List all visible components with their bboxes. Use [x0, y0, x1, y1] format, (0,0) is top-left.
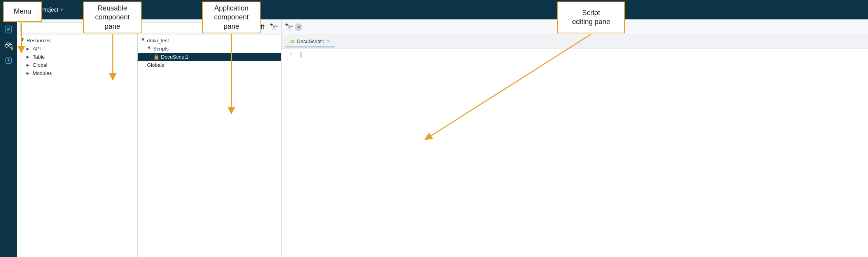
line-number-1: 1	[289, 52, 292, 58]
reusable-collapse-all-btn[interactable]: ⇊	[116, 23, 124, 31]
application-component-pane: 🔍 ⇊ ⇈ 🔭 ▶ doku_test ▶ Scripts	[138, 19, 282, 257]
tree-label-global: Global	[33, 62, 134, 68]
reusable-expand-all-btn[interactable]: ⇈	[126, 23, 134, 31]
app-logo: ●	[23, 4, 33, 15]
navbar: ☰ ● Project ∨	[0, 0, 868, 19]
chevron-api-icon: ▶	[26, 47, 31, 51]
svg-point-8	[5, 44, 8, 47]
tree-item-table[interactable]: ▶ Table	[17, 53, 137, 61]
app-search-box[interactable]: 🔍	[141, 22, 247, 32]
line-numbers: 1	[282, 52, 297, 254]
script-pane-toolbar: 🔭 ✕	[282, 19, 868, 35]
svg-rect-10	[8, 45, 10, 46]
tab-name-label: DocuScript1	[297, 38, 324, 44]
tree-item-resources[interactable]: ▶ Resources	[17, 36, 137, 45]
code-content[interactable]	[297, 52, 868, 254]
document-icon	[5, 26, 12, 33]
tree-item-global[interactable]: ▶ Global	[17, 61, 137, 69]
tree-label-table: Table	[33, 54, 134, 60]
chevron-table-icon: ▶	[26, 55, 31, 59]
script-tab-docuscript1[interactable]: JS DocuScript1 ✕	[285, 36, 335, 47]
sidebar-icon-binoculars[interactable]	[2, 38, 16, 52]
tree-item-api[interactable]: ▶ API	[17, 45, 137, 53]
hamburger-menu-icon[interactable]: ☰	[5, 3, 18, 16]
reusable-search-box[interactable]: 🔍	[20, 22, 115, 32]
script-binoculars-icon[interactable]: 🔭	[285, 23, 293, 31]
app-search-icon[interactable]: 🔍	[238, 24, 244, 30]
tree-label-globals: Globals	[147, 62, 278, 68]
tree-label-doku-test: doku_test	[147, 38, 278, 43]
reusable-search-input[interactable]	[23, 24, 106, 30]
reusable-component-pane: 🔍 ⇊ ⇈ ▶ Resources ▶ API ▶ Table	[17, 19, 138, 257]
app-tree: ▶ doku_test ▶ Scripts 🔒 DocuScript1 Glob…	[138, 35, 281, 257]
script-lock-icon: 🔒	[153, 54, 159, 60]
cursor-line	[301, 52, 868, 57]
export-icon	[5, 57, 12, 64]
tree-item-modules[interactable]: ▶ Modules	[17, 69, 137, 77]
sidebar-icons	[0, 19, 17, 257]
reusable-tree: ▶ Resources ▶ API ▶ Table ▶ Global ▶ M	[17, 35, 137, 257]
reusable-pane-toolbar: 🔍 ⇊ ⇈	[17, 19, 137, 35]
text-cursor	[301, 52, 301, 57]
reusable-search-icon[interactable]: 🔍	[106, 24, 112, 30]
chevron-global-icon: ▶	[26, 63, 31, 67]
sidebar-icon-document[interactable]	[2, 23, 16, 36]
tree-item-globals[interactable]: Globals	[138, 61, 281, 69]
sidebar-icon-export[interactable]	[2, 54, 16, 68]
chevron-resources-icon: ▶	[21, 38, 25, 43]
content-area: 🔍 ⇊ ⇈ ▶ Resources ▶ API ▶ Table	[0, 19, 868, 257]
app-binoculars-btn[interactable]: 🔭	[270, 23, 278, 31]
tree-label-docuscript1: DocuScript1	[161, 54, 278, 60]
tree-label-api: API	[33, 46, 134, 52]
tree-item-doku-test[interactable]: ▶ doku_test	[138, 36, 281, 45]
logo-circle: ●	[26, 7, 30, 13]
tree-label-resources: Resources	[26, 38, 134, 43]
tree-label-modules: Modules	[33, 70, 134, 76]
code-editor[interactable]: 1	[282, 49, 868, 257]
tab-js-label: JS	[289, 39, 294, 44]
chevron-doku-icon: ▶	[141, 38, 145, 43]
app-collapse-all-btn[interactable]: ⇊	[248, 23, 257, 31]
app-expand-all-btn[interactable]: ⇈	[258, 23, 266, 31]
tree-item-docuscript1[interactable]: 🔒 DocuScript1	[138, 53, 281, 61]
script-tab-bar: JS DocuScript1 ✕	[282, 35, 868, 49]
svg-point-9	[9, 44, 12, 47]
app-wrapper: Menu Reusablecomponentpane Applicationco…	[0, 0, 868, 257]
app-search-input[interactable]	[144, 24, 238, 30]
tab-close-icon[interactable]: ✕	[327, 39, 330, 44]
sidebar-badge	[11, 47, 13, 50]
tree-item-scripts[interactable]: ▶ Scripts	[138, 45, 281, 53]
chevron-modules-icon: ▶	[26, 71, 31, 75]
script-editing-pane: 🔭 ✕ JS DocuScript1 ✕ 1	[282, 19, 868, 257]
script-close-btn[interactable]: ✕	[295, 23, 303, 31]
chevron-scripts-icon: ▶	[147, 47, 152, 51]
project-chevron-icon: ∨	[60, 7, 63, 12]
project-label: Project	[41, 7, 58, 13]
tree-label-scripts: Scripts	[153, 46, 278, 52]
app-pane-toolbar: 🔍 ⇊ ⇈ 🔭	[138, 19, 281, 35]
project-selector[interactable]: Project ∨	[41, 7, 63, 13]
